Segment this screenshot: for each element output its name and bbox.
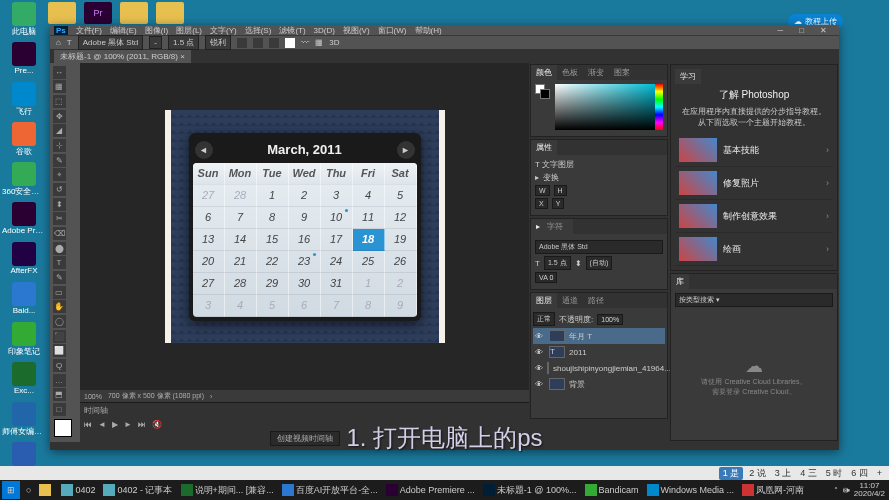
visibility-icon[interactable]: 👁: [535, 348, 545, 357]
tool-button[interactable]: ⬤: [53, 242, 66, 255]
tool-button[interactable]: ↔: [53, 66, 66, 79]
visibility-icon[interactable]: 👁: [535, 332, 545, 341]
desktop-icon[interactable]: 飞行: [2, 82, 46, 120]
tool-button[interactable]: ✂: [53, 212, 66, 225]
calendar-day-cell[interactable]: 16: [289, 229, 321, 251]
desktop-icon[interactable]: Adobe Premie...: [2, 202, 46, 240]
warp-text-icon[interactable]: 〰: [301, 38, 309, 47]
tool-button[interactable]: ⬍: [53, 198, 66, 211]
desktop-icon[interactable]: 360安全浏览器: [2, 162, 46, 200]
menu-item[interactable]: 文字(Y): [210, 25, 237, 36]
timeline-first-icon[interactable]: ⏮: [84, 420, 92, 429]
menu-item[interactable]: 帮助(H): [415, 25, 442, 36]
ime-candidate[interactable]: 3 上: [772, 467, 795, 480]
calendar-day-cell[interactable]: 21: [225, 251, 257, 273]
timeline-play-icon[interactable]: ▶: [112, 420, 118, 429]
calendar-day-cell[interactable]: 7: [225, 207, 257, 229]
calendar-day-cell[interactable]: 9: [385, 295, 417, 317]
panel-tab[interactable]: 渐变: [583, 65, 609, 80]
timeline-next-icon[interactable]: ►: [124, 420, 132, 429]
library-search-select[interactable]: 按类型搜索 ▾: [675, 293, 833, 307]
tool-button[interactable]: ⬚: [53, 95, 66, 108]
start-button[interactable]: ⊞: [2, 481, 20, 499]
taskbar-task[interactable]: [35, 481, 57, 499]
height-field[interactable]: H: [554, 185, 567, 196]
calendar-day-cell[interactable]: 24: [321, 251, 353, 273]
ime-candidate-selected[interactable]: 1 是: [719, 467, 744, 480]
calendar-day-cell[interactable]: 12: [385, 207, 417, 229]
tool-button[interactable]: ▦: [53, 80, 66, 93]
blend-mode-select[interactable]: 正常: [533, 312, 555, 326]
learn-tutorial-item[interactable]: 绘画›: [675, 233, 833, 266]
align-center-icon[interactable]: [253, 38, 263, 48]
color-field[interactable]: [555, 84, 655, 130]
minimize-icon[interactable]: ─: [777, 26, 783, 35]
calendar-day-cell[interactable]: 8: [257, 207, 289, 229]
text-color-swatch[interactable]: [285, 38, 295, 48]
text-tool-icon[interactable]: T: [67, 38, 72, 47]
calendar-day-cell[interactable]: 27: [193, 273, 225, 295]
desktop-icon[interactable]: Baid...: [2, 282, 46, 320]
tool-button[interactable]: ⬒: [53, 388, 66, 401]
folder-icon[interactable]: [156, 2, 184, 24]
tool-button[interactable]: …: [53, 374, 66, 387]
calendar-prev-button[interactable]: ◄: [195, 141, 213, 159]
calendar-day-cell[interactable]: 28: [225, 185, 257, 207]
calendar-day-cell[interactable]: 28: [225, 273, 257, 295]
calendar-day-cell[interactable]: 19: [385, 229, 417, 251]
tool-button[interactable]: ⬛: [53, 330, 66, 343]
system-tray[interactable]: ˄ 🕪 11:07 2020/4/2: [830, 482, 889, 498]
ime-candidate[interactable]: 4 三: [797, 467, 820, 480]
transform-section[interactable]: 变换: [543, 172, 559, 183]
folder-icon[interactable]: [120, 2, 148, 24]
menu-item[interactable]: 编辑(E): [110, 25, 137, 36]
char-leading-field[interactable]: (自动): [586, 256, 613, 270]
ps-logo-icon[interactable]: Ps: [54, 26, 68, 35]
tool-button[interactable]: ⌫: [53, 227, 66, 240]
timeline-audio-icon[interactable]: 🔇: [152, 420, 162, 429]
desktop-icon[interactable]: 印象笔记: [2, 322, 46, 360]
font-size-select[interactable]: 1.5 点: [168, 35, 199, 50]
taskbar-task[interactable]: 未标题-1 @ 100%...: [479, 481, 581, 499]
close-icon[interactable]: ✕: [820, 26, 827, 35]
layer-row[interactable]: 👁背景: [533, 376, 665, 392]
calendar-day-cell[interactable]: 15: [257, 229, 289, 251]
calendar-day-cell[interactable]: 10: [321, 207, 353, 229]
x-field[interactable]: X: [535, 198, 548, 209]
tool-button[interactable]: □: [53, 403, 66, 416]
ime-candidate[interactable]: +: [874, 468, 885, 478]
close-tab-icon[interactable]: ×: [180, 52, 185, 61]
width-field[interactable]: W: [535, 185, 550, 196]
menu-item[interactable]: 滤镜(T): [279, 25, 305, 36]
premiere-icon[interactable]: Pr: [84, 2, 112, 24]
char-font-select[interactable]: Adobe 黑体 Std: [535, 240, 663, 254]
menu-item[interactable]: 文件(F): [76, 25, 102, 36]
document-tab[interactable]: 未标题-1 @ 100% (2011, RGB/8) ×: [54, 50, 191, 63]
desktop-icon[interactable]: AfterFX: [2, 242, 46, 280]
taskbar-task[interactable]: 0402 - 记事本: [99, 481, 176, 499]
panel-tab[interactable]: 通道: [557, 293, 583, 308]
chevron-right-icon[interactable]: ›: [210, 393, 212, 400]
panel-tab[interactable]: 路径: [583, 293, 609, 308]
3d-icon[interactable]: 3D: [329, 38, 339, 47]
y-field[interactable]: Y: [552, 198, 565, 209]
properties-tab[interactable]: 属性: [531, 140, 557, 155]
calendar-day-cell[interactable]: 5: [385, 185, 417, 207]
zoom-level[interactable]: 100%: [84, 393, 102, 400]
tool-button[interactable]: ✎: [53, 154, 66, 167]
tool-button[interactable]: ◯: [53, 315, 66, 328]
calendar-day-cell[interactable]: 3: [321, 185, 353, 207]
learn-tutorial-item[interactable]: 基本技能›: [675, 134, 833, 167]
taskbar-task[interactable]: Windows Media ...: [643, 481, 739, 499]
calendar-day-cell[interactable]: 3: [193, 295, 225, 317]
calendar-day-cell[interactable]: 13: [193, 229, 225, 251]
calendar-day-cell[interactable]: 25: [353, 251, 385, 273]
antialias-select[interactable]: 锐利: [205, 35, 231, 50]
tool-button[interactable]: ✥: [53, 110, 66, 123]
calendar-day-cell[interactable]: 17: [321, 229, 353, 251]
tool-button[interactable]: ↺: [53, 183, 66, 196]
calendar-day-cell[interactable]: 30: [289, 273, 321, 295]
visibility-icon[interactable]: 👁: [535, 380, 545, 389]
desktop-icon[interactable]: 师傅女编课Online: [2, 402, 46, 440]
tool-button[interactable]: ✎: [53, 271, 66, 284]
